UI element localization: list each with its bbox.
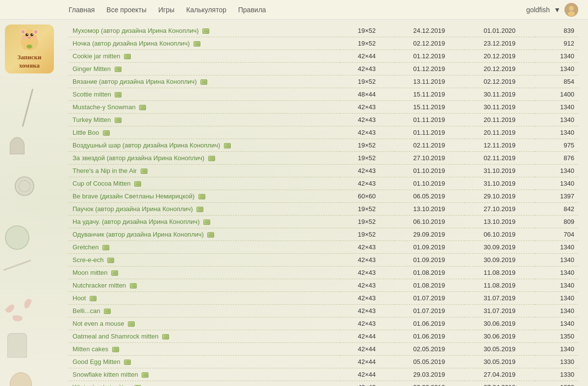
nav-rules[interactable]: Правила [238, 6, 266, 14]
table-row[interactable]: Mitten cakes 42×44 02.05.2019 30.05.2019… [69, 343, 578, 356]
row-date-start: 27.10.2019 [394, 152, 465, 165]
svg-point-7 [21, 30, 24, 34]
table-row[interactable]: Воздушный шар (автор дизайна Ирина Коноп… [69, 139, 578, 152]
row-name[interactable]: Moon mitten [69, 266, 340, 279]
row-name[interactable]: Воздушный шар (автор дизайна Ирина Коноп… [69, 139, 340, 152]
nav-all-projects[interactable]: Все проекты [106, 6, 147, 14]
row-date-end: 20.12.2019 [465, 50, 535, 63]
row-count: 1340 [535, 305, 578, 317]
row-name[interactable]: Good Egg Mitten [69, 356, 340, 368]
row-name[interactable]: Gretchen [69, 241, 340, 254]
table-row[interactable]: Gretchen 42×43 01.09.2019 30.09.2019 134… [69, 241, 578, 254]
table-row[interactable]: Hoot 42×43 01.07.2019 31.07.2019 1340 [69, 292, 578, 305]
row-name[interactable]: Ginger Mitten [69, 63, 340, 75]
row-name[interactable]: Not even a mouse [69, 317, 340, 330]
table-row[interactable]: Winter basket mitten 42×43 29.03.2019 27… [69, 381, 578, 386]
nav-games[interactable]: Игры [158, 6, 174, 14]
row-name[interactable]: Одуванчик (автор дизайна Ирина Коноплич) [69, 228, 340, 241]
table-row[interactable]: Turkey Mitten 42×43 01.11.2019 20.11.201… [69, 114, 578, 126]
nav-calculator[interactable]: Калькулятор [186, 6, 226, 14]
row-name[interactable]: Belli...can [69, 305, 340, 317]
row-count: 1340 [535, 101, 578, 114]
row-name[interactable]: Be brave (дизайн Светланы Немирицкой) [69, 190, 340, 203]
row-name[interactable]: Winter basket mitten [69, 381, 340, 386]
row-count: 1330 [535, 368, 578, 381]
dropdown-icon[interactable]: ▼ [554, 6, 561, 14]
table-row[interactable]: Cup of Cocoa Mitten 42×43 01.10.2019 31.… [69, 177, 578, 190]
header-user[interactable]: goldfish ▼ [526, 3, 578, 17]
row-count: 1340 [535, 343, 578, 356]
row-name[interactable]: Snowflake kitten mitten [69, 368, 340, 381]
row-date-end: 13.10.2019 [465, 216, 535, 228]
row-name[interactable]: Little Boo [69, 126, 340, 139]
svg-point-1 [569, 6, 574, 11]
row-date-start: 01.09.2019 [394, 254, 465, 266]
table-row[interactable]: Snowflake kitten mitten 42×44 29.03.2019… [69, 368, 578, 381]
row-date-end: 30.06.2019 [465, 317, 535, 330]
project-icon [124, 360, 131, 365]
row-name[interactable]: Ночка (автор дизайна Ирина Коноплич) [69, 37, 340, 50]
row-date-start: 01.09.2019 [394, 241, 465, 254]
row-name[interactable]: Scottie mitten [69, 88, 340, 101]
deco-area [0, 78, 59, 386]
table-row[interactable]: Moon mitten 42×43 01.08.2019 11.08.2019 … [69, 266, 578, 279]
row-count: 1350 [535, 330, 578, 343]
table-row[interactable]: Nutchracker mitten 42×43 01.08.2019 11.0… [69, 279, 578, 292]
row-size: 19×52 [340, 216, 394, 228]
row-name[interactable]: Nutchracker mitten [69, 279, 340, 292]
table-row[interactable]: Oatmeal and Shamrock mitten 42×44 01.06.… [69, 330, 578, 343]
table-row[interactable]: Cookie jar mitten 42×44 01.12.2019 20.12… [69, 50, 578, 63]
table-row[interactable]: Вязание (автор дизайна Ирина Коноплич) 1… [69, 75, 578, 88]
project-icon [115, 92, 122, 97]
row-name[interactable]: Oatmeal and Shamrock mitten [69, 330, 340, 343]
table-row[interactable]: Little Boo 42×43 01.11.2019 20.11.2019 1… [69, 126, 578, 139]
row-date-start: 02.11.2019 [394, 139, 465, 152]
row-name[interactable]: Mustache-y Snowman [69, 101, 340, 114]
row-size: 42×43 [340, 165, 394, 177]
row-size: 19×52 [340, 228, 394, 241]
project-icon [111, 270, 118, 276]
row-date-start: 13.11.2019 [394, 75, 465, 88]
row-name[interactable]: Turkey Mitten [69, 114, 340, 126]
row-size: 19×52 [340, 37, 394, 50]
table-row[interactable]: За звездой (автор дизайна Ирина Коноплич… [69, 152, 578, 165]
project-icon [139, 105, 146, 110]
row-name[interactable]: Mitten cakes [69, 343, 340, 356]
row-size: 42×44 [340, 343, 394, 356]
table-row[interactable]: Mustache-y Snowman 42×43 15.11.2019 30.1… [69, 101, 578, 114]
row-size: 42×44 [340, 356, 394, 368]
row-name[interactable]: There's a Nip in the Air [69, 165, 340, 177]
row-name[interactable]: Вязание (автор дизайна Ирина Коноплич) [69, 75, 340, 88]
table-row[interactable]: Be brave (дизайн Светланы Немирицкой) 60… [69, 190, 578, 203]
table-row[interactable]: Belli...can 42×43 01.07.2019 31.07.2019 … [69, 305, 578, 317]
row-name[interactable]: На удачу. (автор дизайна Ирина Коноплич) [69, 216, 340, 228]
row-count: 1330 [535, 381, 578, 386]
row-name[interactable]: Scre-e-ech [69, 254, 340, 266]
sidebar-logo[interactable]: Запискихомяка [5, 24, 54, 73]
table-row[interactable]: Мухомор (автор дизайна Ирина Коноплич) 1… [69, 24, 578, 37]
row-name[interactable]: Мухомор (автор дизайна Ирина Коноплич) [69, 24, 340, 37]
row-name[interactable]: За звездой (автор дизайна Ирина Коноплич… [69, 152, 340, 165]
nav-home[interactable]: Главная [69, 6, 95, 14]
table-row[interactable]: Ginger Mitten 42×43 01.12.2019 20.12.201… [69, 63, 578, 75]
row-date-start: 01.11.2019 [394, 114, 465, 126]
table-row[interactable]: Scre-e-ech 42×43 01.09.2019 30.09.2019 1… [69, 254, 578, 266]
row-name[interactable]: Cookie jar mitten [69, 50, 340, 63]
table-row[interactable]: На удачу. (автор дизайна Ирина Коноплич)… [69, 216, 578, 228]
table-row[interactable]: Good Egg Mitten 42×44 05.05.2019 30.05.2… [69, 356, 578, 368]
row-name[interactable]: Паучок (автор дизайна Ирина Коноплич) [69, 203, 340, 216]
table-row[interactable]: Паучок (автор дизайна Ирина Коноплич) 19… [69, 203, 578, 216]
svg-point-8 [34, 30, 37, 34]
row-name[interactable]: Hoot [69, 292, 340, 305]
row-count: 842 [535, 203, 578, 216]
row-count: 1340 [535, 50, 578, 63]
row-size: 42×43 [340, 101, 394, 114]
row-date-start: 01.12.2019 [394, 50, 465, 63]
row-size: 19×52 [340, 203, 394, 216]
table-row[interactable]: Not even a mouse 42×43 01.06.2019 30.06.… [69, 317, 578, 330]
row-name[interactable]: Cup of Cocoa Mitten [69, 177, 340, 190]
table-row[interactable]: Scottie mitten 48×44 15.11.2019 30.11.20… [69, 88, 578, 101]
table-row[interactable]: There's a Nip in the Air 42×43 01.10.201… [69, 165, 578, 177]
table-row[interactable]: Ночка (автор дизайна Ирина Коноплич) 19×… [69, 37, 578, 50]
table-row[interactable]: Одуванчик (автор дизайна Ирина Коноплич)… [69, 228, 578, 241]
